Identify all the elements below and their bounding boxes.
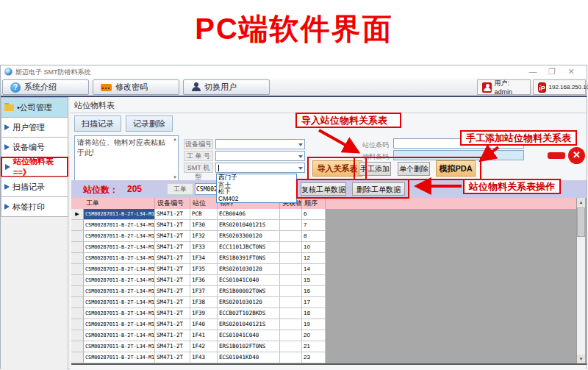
cell-station[interactable]: 1F35 <box>190 264 218 275</box>
table-row[interactable]: CSM00287011-B-2T-L34-M1SM471-2T1F37ERS1B… <box>71 286 326 297</box>
row-selector[interactable]: ▶ <box>71 209 84 220</box>
verify-order-button[interactable]: 复核工单数据 <box>301 182 346 196</box>
cell-linked-material[interactable] <box>280 275 302 286</box>
change-password-button[interactable]: 修改密码 <box>93 79 179 95</box>
cell-linked-material[interactable] <box>280 220 302 231</box>
cell-work-order[interactable]: CSM00287011-B-2T-L34-M1 <box>84 209 155 220</box>
cell-device-no[interactable]: SM471-2T <box>155 275 190 286</box>
column-header[interactable]: 顺序 <box>302 198 326 209</box>
delete-records-button[interactable]: 记录删除 <box>126 115 173 132</box>
cell-material[interactable]: ERS0201030120 <box>218 297 280 308</box>
scroll-down-icon[interactable]: ▼ <box>577 355 585 363</box>
cell-seq[interactable]: 17 <box>302 297 326 308</box>
cell-seq[interactable]: 21 <box>302 341 326 352</box>
cell-work-order[interactable]: CSM00287011-B-2T-L34-M1 <box>84 286 155 297</box>
cell-linked-material[interactable] <box>280 286 302 297</box>
cell-linked-material[interactable] <box>280 242 302 253</box>
cell-device-no[interactable]: SM471-2T <box>155 220 190 231</box>
sidebar-item-station-material[interactable]: 站位物料表==》 <box>1 157 68 177</box>
cell-work-order[interactable]: CSM00287011-B-2T-L34-M1 <box>84 264 155 275</box>
cell-seq[interactable]: 10 <box>302 242 326 253</box>
cell-device-no[interactable]: SM471-2T <box>155 297 190 308</box>
cell-seq[interactable]: 16 <box>302 286 326 297</box>
cell-linked-material[interactable] <box>280 341 302 352</box>
row-selector[interactable] <box>71 275 84 286</box>
row-selector[interactable] <box>71 297 84 308</box>
cell-device-no[interactable]: SM471-2T <box>155 341 190 352</box>
cell-work-order[interactable]: CSM00287011-B-2T-L34-M1 <box>84 297 155 308</box>
dropdown-option[interactable]: CM402 <box>217 196 296 203</box>
row-selector[interactable] <box>71 341 84 352</box>
cell-work-order[interactable]: CSM00287011-B-2T-L34-M1 <box>84 242 155 253</box>
cell-device-no[interactable]: SM471-2T <box>155 209 190 220</box>
cell-material[interactable]: ERS1B0102FT0NS <box>218 341 280 352</box>
scan-records-button[interactable]: 扫描记录 <box>74 115 121 132</box>
cell-material[interactable]: ECC1101JBCT0NS <box>218 242 280 253</box>
row-selector[interactable] <box>71 264 84 275</box>
grid-vertical-scrollbar[interactable]: ▲ ▼ <box>576 198 585 363</box>
single-delete-button[interactable]: 单个删除 <box>398 162 430 176</box>
row-selector[interactable] <box>71 308 84 319</box>
cell-station[interactable]: 1F36 <box>190 275 218 286</box>
sidebar-item-company[interactable]: •公司管理 <box>1 97 68 118</box>
table-row[interactable]: CSM00287011-B-2T-L34-M1SM471-2T1F43ECS01… <box>71 352 326 363</box>
cell-seq[interactable]: 12 <box>302 253 326 264</box>
material-barcode-input[interactable] <box>393 150 524 160</box>
table-row[interactable]: CSM00287011-B-2T-L34-M1SM471-2T1F38ERS02… <box>71 297 326 308</box>
sidebar-item-label-print[interactable]: 标签打印 <box>1 196 68 217</box>
cell-seq[interactable]: 6 <box>302 209 326 220</box>
smt-model-combo[interactable] <box>215 163 305 173</box>
cell-linked-material[interactable] <box>280 231 302 242</box>
cell-material[interactable]: ECCB02T102BKDS <box>218 308 280 319</box>
cell-work-order[interactable]: CSM00287011-B-2T-L34-M1 <box>84 231 155 242</box>
table-row[interactable]: ▶CSM00287011-B-2T-L34-M1SM471-2TPCBECB00… <box>71 209 326 220</box>
cell-device-no[interactable]: SM471-2T <box>155 330 190 341</box>
work-order-combo[interactable] <box>215 151 305 161</box>
cell-seq[interactable]: 18 <box>302 308 326 319</box>
scroll-up-icon[interactable]: ▲ <box>577 198 585 207</box>
cell-work-order[interactable]: CSM00287011-B-2T-L34-M1 <box>84 319 155 330</box>
cell-material[interactable]: ERS0201030120 <box>218 264 280 275</box>
device-no-combo[interactable] <box>215 139 305 149</box>
restore-button[interactable]: ❐ <box>542 67 562 77</box>
cell-device-no[interactable]: SM471-2T <box>155 231 190 242</box>
table-row[interactable]: CSM00287011-B-2T-L34-M1SM471-2T1F40ERS02… <box>71 319 326 330</box>
table-row[interactable]: CSM00287011-B-2T-L34-M1SM471-2T1F34ERS1B… <box>71 253 326 264</box>
close-button[interactable]: ✕ <box>562 67 581 77</box>
cell-seq[interactable]: 15 <box>302 275 326 286</box>
row-selector[interactable] <box>71 286 84 297</box>
cell-linked-material[interactable] <box>280 209 302 220</box>
delete-order-button[interactable]: 删除工单数据 <box>352 182 405 196</box>
import-relation-button[interactable]: 导入关系表 <box>312 160 362 177</box>
cell-material[interactable]: ECS01041KD40 <box>218 352 280 363</box>
cell-station[interactable]: 1F41 <box>190 330 218 341</box>
cell-work-order[interactable]: CSM00287011-B-2T-L34-M1 <box>84 352 155 363</box>
switch-user-button[interactable]: 切换用户 <box>183 79 270 95</box>
child-minimize-button[interactable] <box>548 152 565 159</box>
scrollbar-thumb[interactable] <box>577 207 585 237</box>
row-selector[interactable] <box>71 352 84 363</box>
cell-work-order[interactable]: CSM00287011-B-2T-L34-M1 <box>84 220 155 231</box>
cell-material[interactable]: ERS1B0391FT0NS <box>218 253 280 264</box>
row-selector[interactable] <box>71 231 84 242</box>
child-close-button[interactable]: ✕ <box>568 147 585 164</box>
smt-model-dropdown-list[interactable]: 西门子富士松下CM402 <box>216 174 297 203</box>
cell-material[interactable]: ECS01041C040 <box>218 330 280 341</box>
scroll-down-icon[interactable]: ▼ <box>173 175 177 179</box>
cell-work-order[interactable]: CSM00287011-B-2T-L34-M1 <box>84 330 155 341</box>
cell-seq[interactable]: 14 <box>302 264 326 275</box>
cell-linked-material[interactable] <box>280 297 302 308</box>
column-header[interactable]: 设备编号 <box>155 198 190 209</box>
table-row[interactable]: CSM00287011-B-2T-L34-M1SM471-2T1F42ERS1B… <box>71 341 326 352</box>
table-row[interactable]: CSM00287011-B-2T-L34-M1SM471-2T1F35ERS02… <box>71 264 326 275</box>
cell-linked-material[interactable] <box>280 352 302 363</box>
cell-work-order[interactable]: CSM00287011-B-2T-L34-M1 <box>84 253 155 264</box>
sidebar-item-users[interactable]: 用户管理 <box>1 117 68 138</box>
cell-station[interactable]: 1F30 <box>190 220 218 231</box>
row-selector[interactable] <box>71 242 84 253</box>
cell-work-order[interactable]: CSM00287011-B-2T-L34-M1 <box>84 275 155 286</box>
cell-seq[interactable]: 19 <box>302 319 326 330</box>
sidebar-item-scan-records[interactable]: 扫描记录 <box>1 177 68 197</box>
row-selector[interactable] <box>71 319 84 330</box>
manual-add-button[interactable]: 手工添加 <box>359 162 391 176</box>
